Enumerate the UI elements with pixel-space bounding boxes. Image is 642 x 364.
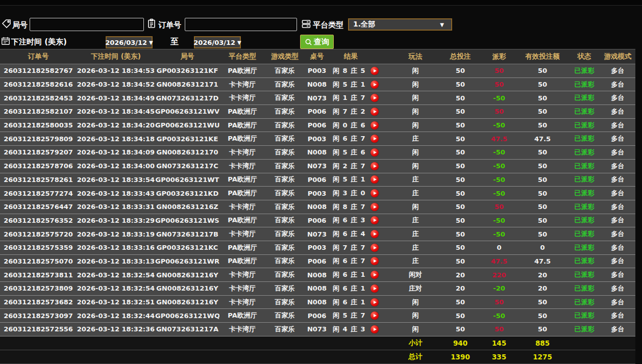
- cell-play-type: 庄: [392, 241, 439, 254]
- play-icon[interactable]: [371, 162, 379, 170]
- cell-total-bet: 20: [439, 282, 482, 296]
- cell-payout: -50: [482, 187, 516, 200]
- play-icon[interactable]: [371, 135, 379, 143]
- cell-round-no: GN0732631217A: [155, 323, 219, 336]
- play-icon[interactable]: [371, 216, 379, 224]
- cell-valid-bet: 50: [516, 91, 569, 105]
- cell-status: 已派彩: [569, 309, 600, 323]
- cell-result: 闲 5 庄 7: [330, 309, 392, 323]
- cell-game-mode: 多台: [600, 77, 635, 91]
- cell-game-type: 百家乐: [265, 214, 304, 227]
- cell-payout: -50: [482, 173, 516, 187]
- result-text: 闲 6 庄 3: [330, 216, 366, 225]
- cell-play-type: 庄: [392, 173, 439, 187]
- table-row: 260312182573682 2026-03-12 18:32:51 GN00…: [0, 295, 635, 309]
- cell-platform-type: PA欧洲厅: [219, 241, 265, 254]
- cell-table-no: P006: [304, 254, 330, 268]
- order-input[interactable]: [185, 18, 297, 31]
- table-row: 260312182572556 2026-03-12 18:32:36 GN07…: [0, 323, 635, 336]
- cell-valid-bet: 47.5: [516, 132, 569, 146]
- play-triangle: [374, 328, 377, 331]
- cell-play-type: 庄: [392, 227, 439, 241]
- header-game-mode: 游戏模式: [600, 49, 635, 64]
- cell-result: 闲 3 庄 0: [330, 187, 392, 200]
- platform-select[interactable]: 1.全部 ▼: [348, 18, 452, 31]
- result-text: 闲 6 庄 1: [330, 270, 366, 279]
- play-icon[interactable]: [371, 121, 379, 129]
- cell-round-no: GN00826312170: [155, 146, 219, 160]
- play-icon[interactable]: [371, 189, 379, 197]
- play-triangle: [374, 301, 377, 304]
- play-icon[interactable]: [371, 271, 379, 279]
- cell-game-type: 百家乐: [265, 254, 304, 268]
- cell-round-no: GN0732631217D: [155, 91, 219, 105]
- play-icon[interactable]: [371, 148, 379, 157]
- play-icon[interactable]: [371, 311, 379, 320]
- bet-time-label: 下注时间 (美东): [11, 37, 67, 47]
- play-icon[interactable]: [371, 81, 379, 89]
- cell-valid-bet: 50: [516, 214, 569, 227]
- cell-play-type: 闲: [392, 77, 439, 91]
- date-to-select[interactable]: 2026/03/12 ▼: [194, 36, 241, 48]
- cell-total-bet: 50: [439, 227, 482, 241]
- clipboard-icon: [146, 18, 157, 29]
- cell-platform-type: 卡卡湾厅: [219, 77, 265, 91]
- cell-play-type: 闲: [392, 118, 439, 132]
- play-icon[interactable]: [371, 175, 379, 184]
- cell-round-no: GN0082631216Y: [155, 282, 219, 296]
- cell-result: 闲 6 庄 7: [330, 132, 392, 146]
- cell-platform-type: PA欧洲厅: [219, 173, 265, 187]
- play-triangle: [374, 165, 377, 168]
- cell-status: 已派彩: [569, 159, 600, 173]
- cell-payout: 50: [482, 64, 516, 78]
- result-text: 闲 8 庄 7: [330, 202, 366, 212]
- table-row: 260312182576352 2026-03-12 18:33:29 GP00…: [0, 214, 635, 227]
- cell-game-mode: 多台: [600, 105, 635, 119]
- date-from-select[interactable]: 2026/03/12 ▼: [106, 36, 153, 48]
- play-icon[interactable]: [371, 298, 379, 306]
- cell-status: 已派彩: [569, 105, 600, 119]
- filter-bar: 局号 订单号 平台类型 1.全部 ▼ 下注时间 (美东) 2026/03/12 …: [0, 6, 642, 49]
- play-icon[interactable]: [371, 257, 379, 265]
- cell-order-no: 260312182573811: [0, 268, 77, 282]
- cell-table-no: N008: [304, 146, 330, 160]
- cell-payout: 47.5: [482, 254, 516, 268]
- cell-game-type: 百家乐: [265, 227, 304, 241]
- play-icon[interactable]: [371, 108, 379, 116]
- table-row: 260312182582767 2026-03-12 18:34:53 GP00…: [0, 64, 635, 78]
- play-triangle: [374, 314, 377, 317]
- header-bet-time: 下注时间 (美东): [77, 49, 155, 64]
- play-triangle: [374, 110, 377, 113]
- cell-total-bet: 50: [439, 295, 482, 309]
- play-icon[interactable]: [371, 244, 379, 252]
- chevron-down-icon: ▼: [440, 22, 444, 28]
- result-text: 闲 6 庄 7: [330, 134, 366, 143]
- play-icon[interactable]: [371, 284, 379, 293]
- round-input[interactable]: [30, 18, 144, 31]
- cell-game-type: 百家乐: [265, 173, 304, 187]
- cell-game-mode: 多台: [600, 146, 635, 160]
- cell-payout: -50: [482, 146, 516, 160]
- play-icon[interactable]: [371, 230, 379, 238]
- cell-result: 闲 6 庄 1: [330, 282, 392, 296]
- cell-game-mode: 多台: [600, 214, 635, 227]
- cell-round-no: GP006263121WQ: [155, 309, 219, 323]
- cell-result: 闲 0 庄 6: [330, 118, 392, 132]
- play-icon[interactable]: [371, 94, 379, 102]
- cell-valid-bet: 50: [516, 159, 569, 173]
- cell-bet-time: 2026-03-12 18:34:45: [77, 105, 155, 119]
- play-icon[interactable]: [371, 325, 379, 333]
- play-icon[interactable]: [371, 67, 379, 75]
- search-button[interactable]: 查询: [300, 35, 334, 49]
- play-icon[interactable]: [371, 203, 379, 211]
- cell-total-bet: 50: [439, 309, 482, 323]
- table-row: 260312182573097 2026-03-12 18:32:44 GP00…: [0, 309, 635, 323]
- cell-table-no: N008: [304, 200, 330, 214]
- cell-result: 闲 6 庄 3: [330, 214, 392, 227]
- order-filter-label: 订单号: [158, 20, 181, 30]
- header-valid-bet: 有效投注额: [516, 49, 569, 64]
- cell-valid-bet: 50: [516, 77, 569, 91]
- cell-payout: -50: [482, 91, 516, 105]
- cell-round-no: GN0082631216Z: [155, 200, 219, 214]
- cell-order-no: 260312182582616: [0, 77, 77, 91]
